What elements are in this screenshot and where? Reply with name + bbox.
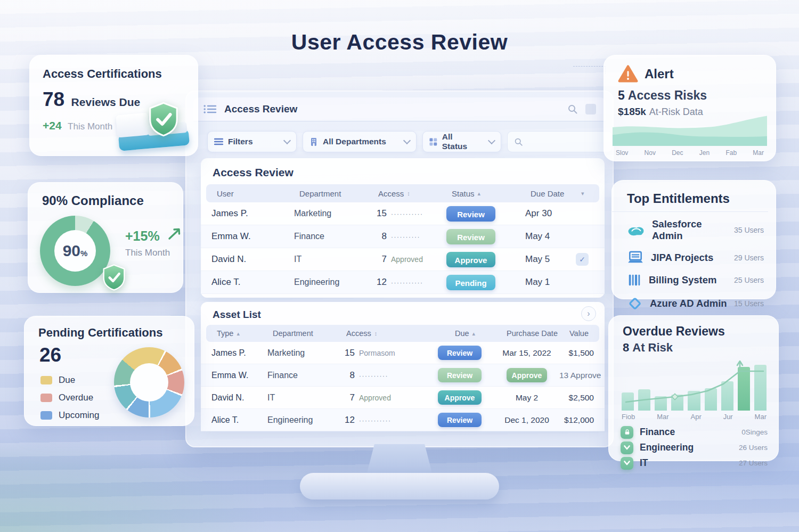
table-row: David N. IT 7 Approved Approve May 2 $2,…: [201, 387, 605, 409]
chevron-down-icon: [283, 137, 291, 144]
user-cell: James P.: [211, 208, 294, 219]
purchase-date-cell: May 2: [494, 393, 559, 403]
value-cell: 13 Approve: [559, 371, 601, 380]
review-button[interactable]: Review: [438, 368, 482, 382]
due-date-cell: May 4: [525, 231, 576, 242]
panel-title: Asset List: [201, 302, 261, 325]
department-cell: IT: [294, 255, 373, 264]
col-status[interactable]: Status▴: [452, 189, 531, 198]
review-button[interactable]: Review: [446, 206, 495, 222]
monitor-stand-base: [300, 473, 499, 500]
list-icon: [203, 104, 217, 114]
approved-label: Approved: [359, 394, 391, 402]
barcode-icon: [627, 273, 642, 287]
pending-donut: [114, 347, 184, 418]
approve-button[interactable]: Approve: [446, 252, 495, 267]
approve-button[interactable]: Approve: [507, 368, 547, 382]
col-access[interactable]: Access↕: [378, 189, 452, 198]
delta-label: This Month: [125, 248, 170, 258]
pending-button[interactable]: Pending: [446, 275, 495, 290]
warning-triangle-icon: [618, 65, 638, 83]
bar: [721, 381, 733, 411]
pending-count: 26: [39, 344, 61, 366]
delta-label: This Month: [68, 121, 112, 132]
check-icon[interactable]: ✓: [576, 253, 589, 266]
table-row: James P. Marketing 15 ··········· Review…: [201, 202, 605, 225]
approve-button[interactable]: Approve: [438, 390, 482, 405]
legend-swatch: [40, 411, 52, 420]
caret-down-icon[interactable]: ▾: [581, 190, 584, 197]
card-title: Alert: [645, 67, 674, 81]
col-due[interactable]: Due▴: [430, 329, 500, 338]
search-input[interactable]: [527, 137, 593, 146]
sort-icon[interactable]: ▴: [472, 330, 476, 337]
value-cell: $12,000: [559, 415, 594, 425]
table-row: Alice T. Engineering 12 ··········· Pend…: [201, 271, 605, 294]
alert-card: Alert 5Access Risks $185kAt-Risk Data Sl…: [604, 55, 776, 161]
chevron-down-icon: [488, 137, 495, 144]
pending-certifications-card: Pending Certifications 26 Due Overdue Up…: [24, 316, 194, 426]
review-button[interactable]: Review: [446, 229, 495, 244]
masked-dots: ···········: [359, 417, 391, 424]
review-button[interactable]: Review: [438, 413, 482, 427]
masked-dots: ··········: [391, 233, 420, 241]
col-due-date[interactable]: Due Date: [531, 189, 581, 198]
card-title: Access Certifications: [43, 67, 185, 81]
filter-bar: Filters All Departments: [207, 132, 613, 152]
masked-dots: ··········: [359, 372, 388, 380]
monitor-screen: Access Review Filters: [185, 91, 614, 447]
entitlement-row: Billing System 25 Users: [612, 269, 776, 291]
book-illustration: [116, 112, 149, 137]
col-user[interactable]: User: [217, 189, 299, 198]
review-button[interactable]: Review: [438, 346, 482, 360]
department-cell: IT: [267, 393, 341, 403]
type-cell: Alice T.: [211, 415, 267, 425]
sort-icon[interactable]: ↕: [407, 190, 410, 197]
chevron-right-button[interactable]: ›: [581, 306, 596, 321]
sort-icon[interactable]: ▴: [237, 330, 240, 337]
search-field[interactable]: [507, 131, 613, 152]
col-access[interactable]: Access↕: [346, 329, 430, 338]
col-department[interactable]: Department: [273, 329, 346, 338]
status-label: All Status: [442, 132, 479, 151]
app-header: Access Review: [193, 97, 606, 121]
risks-label: Access Risks: [628, 88, 707, 102]
status-dropdown[interactable]: All Status: [422, 131, 501, 152]
col-type[interactable]: Type▴: [217, 329, 273, 338]
delta-value: +15%: [125, 228, 160, 244]
entitlement-row: Azure AD Admin 15 Users: [612, 291, 776, 316]
filters-label: Filters: [228, 137, 253, 146]
sort-icon[interactable]: ↕: [374, 330, 378, 337]
department-cell: Finance: [294, 232, 373, 241]
access-cell: 8 ··········: [341, 370, 425, 381]
filter-lines-icon: [214, 138, 223, 145]
entitlement-row: JIPA Projects 29 Users: [612, 246, 776, 269]
col-value[interactable]: Value: [565, 329, 589, 338]
filters-dropdown[interactable]: Filters: [207, 131, 297, 152]
col-department[interactable]: Department: [299, 189, 378, 198]
overdue-bars: [622, 365, 767, 411]
access-certifications-card: Access Certifications 78 Reviews Due +24…: [29, 55, 198, 156]
access-label: Pormasom: [359, 349, 395, 357]
top-entitlements-card: Top Entitlements Salesforce Admin 35 Use…: [612, 180, 776, 299]
compliance-card: 90% Compliance 90 % +15% This Month: [28, 182, 183, 293]
departments-dropdown[interactable]: All Departments: [303, 131, 417, 152]
table-row: Emma W. Finance 8 ·········· Review May …: [201, 225, 605, 248]
legend-item: Overdue: [40, 392, 100, 403]
search-icon[interactable]: [567, 104, 578, 114]
chevron-down-icon: [621, 457, 633, 470]
type-cell: Emma W.: [211, 371, 267, 380]
col-purchase-date[interactable]: Purchase Date: [500, 329, 565, 338]
department-cell: Finance: [267, 371, 341, 380]
access-cell: 12 ···········: [341, 415, 425, 425]
sort-icon[interactable]: ▴: [478, 190, 481, 197]
avatar[interactable]: [585, 104, 596, 114]
overdue-bar-chart: [622, 365, 767, 411]
diamond-icon: [627, 296, 643, 312]
lock-icon: [621, 426, 633, 439]
list-item: Engineering 26 Users: [621, 440, 768, 455]
bar: [671, 395, 683, 411]
card-title: Pending Certifications: [25, 316, 194, 340]
compliance-percent: 90: [63, 230, 80, 272]
type-cell: David N.: [211, 393, 267, 403]
